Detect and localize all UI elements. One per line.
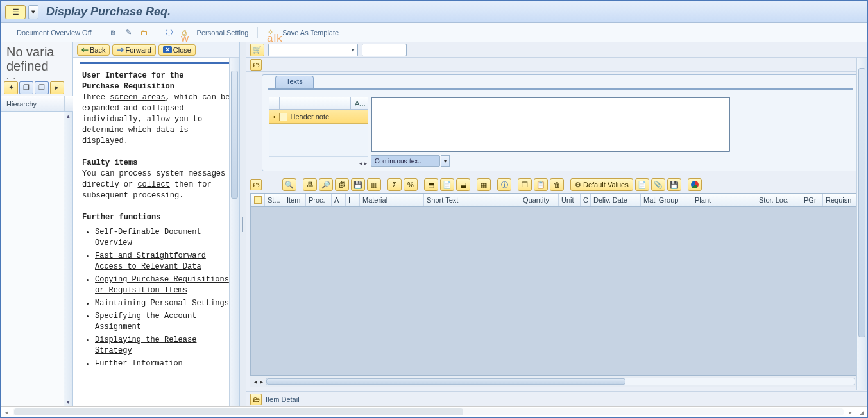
other-pr-icon[interactable]: 🗀 bbox=[139, 27, 150, 38]
col-stor[interactable]: Stor. Loc. bbox=[756, 194, 801, 206]
col-matgrp[interactable]: Matl Group bbox=[641, 194, 692, 206]
nv-copy-icon[interactable]: ❐ bbox=[19, 81, 33, 94]
nv-wand-icon[interactable]: ✦ bbox=[4, 81, 18, 94]
alv-copy-icon[interactable]: ❐ bbox=[518, 178, 532, 191]
nv-left-icon[interactable]: ‹ bbox=[6, 74, 9, 79]
help-close-button[interactable]: ✕Close bbox=[158, 44, 196, 56]
page-hscroll-left[interactable]: ◂ bbox=[1, 407, 12, 417]
alv-excel-icon[interactable]: 📄 bbox=[440, 178, 454, 191]
item-detail-collapse-button[interactable]: 🗁 bbox=[250, 394, 262, 405]
page-resize-icon[interactable]: ◢ bbox=[856, 407, 867, 417]
col-short[interactable]: Short Text bbox=[424, 194, 520, 206]
col-item[interactable]: Item bbox=[284, 194, 306, 206]
help-link-account-assignment[interactable]: Specifying the Account Assignment bbox=[95, 312, 196, 331]
help-link-doc-overview[interactable]: Self-Definable Document Overview bbox=[95, 228, 201, 247]
help-link-release-strategy[interactable]: Displaying the Release Strategy bbox=[95, 335, 196, 355]
help-link-further-info[interactable]: Further Information bbox=[95, 359, 183, 368]
col-plant[interactable]: Plant bbox=[692, 194, 756, 206]
col-c[interactable]: C bbox=[581, 194, 591, 206]
splitter-handle[interactable] bbox=[240, 42, 246, 406]
pr-number-input[interactable] bbox=[362, 44, 407, 56]
status-icon bbox=[254, 196, 262, 204]
header-collapse-button[interactable]: 🗁 bbox=[250, 59, 262, 71]
alv-info-icon[interactable]: ⓘ bbox=[497, 178, 511, 191]
no-variant-line2: defined bbox=[6, 59, 69, 73]
item-detail-label: Item Detail bbox=[266, 396, 300, 403]
long-text-editor[interactable] bbox=[371, 97, 730, 152]
col-qty[interactable]: Quantity bbox=[520, 194, 559, 206]
nv-more-icon[interactable]: ▸ bbox=[50, 81, 64, 94]
alv-find-icon[interactable]: 🔎 bbox=[319, 178, 333, 191]
help-forward-button[interactable]: ⇒Forward bbox=[112, 44, 155, 56]
nv-copy2-icon[interactable]: ❐ bbox=[35, 81, 49, 94]
doc-type-select[interactable]: ▾ bbox=[268, 44, 358, 56]
tab-texts[interactable]: Texts bbox=[275, 76, 314, 88]
alv-savevar-icon[interactable]: 💾 bbox=[667, 178, 681, 191]
document-icon bbox=[279, 113, 287, 121]
alv-delete-icon[interactable]: 🗑 bbox=[550, 178, 564, 191]
col-deliv[interactable]: Deliv. Date bbox=[591, 194, 641, 206]
personal-setting-button[interactable]: Personal Setting bbox=[194, 27, 251, 38]
main-scrollbar[interactable] bbox=[856, 58, 867, 390]
nv-scrollbar[interactable]: ▴ ▾ bbox=[64, 112, 72, 406]
tree-left-icon[interactable]: ◂ bbox=[359, 160, 362, 167]
page-hscroll-right[interactable]: ▸ bbox=[845, 407, 855, 417]
menu-dropdown[interactable]: ▾ bbox=[28, 5, 38, 19]
tree-right-icon[interactable]: ▸ bbox=[364, 160, 367, 167]
alv-filter-icon[interactable]: ▥ bbox=[367, 178, 381, 191]
grid-hscroll-left[interactable]: ◂ bbox=[254, 378, 257, 385]
alv-paste-icon[interactable]: 📋 bbox=[534, 178, 548, 191]
no-variant-line1: No varia bbox=[6, 45, 69, 59]
help-link-fast-access[interactable]: Fast and Straightforward Access to Relev… bbox=[95, 251, 206, 271]
alv-chart-icon[interactable] bbox=[688, 178, 702, 191]
text-format-caret[interactable]: ▾ bbox=[441, 155, 450, 167]
create-icon[interactable]: 🗎 bbox=[108, 27, 119, 38]
col-unit[interactable]: Unit bbox=[559, 194, 581, 206]
col-st[interactable]: St... bbox=[265, 194, 284, 206]
help-scrollbar[interactable] bbox=[229, 58, 239, 406]
header-note-item[interactable]: • Header note bbox=[269, 110, 368, 124]
col-material[interactable]: Material bbox=[360, 194, 424, 206]
col-a[interactable]: A bbox=[332, 194, 346, 206]
doc-type-icon[interactable]: 🛒 bbox=[250, 44, 264, 56]
grid-hscroll-right[interactable]: ▸ bbox=[260, 378, 263, 385]
col-reqn[interactable]: Requisn bbox=[823, 194, 858, 206]
page-hscroll[interactable] bbox=[13, 408, 844, 415]
save-as-template-button[interactable]: Save As Template bbox=[280, 27, 341, 38]
alv-text-icon[interactable]: 📄 bbox=[635, 178, 649, 191]
col-i[interactable]: I bbox=[346, 194, 360, 206]
help-link-copying[interactable]: Copying Purchase Requisitions or Requisi… bbox=[95, 275, 229, 295]
alv-local-icon[interactable]: ⬓ bbox=[456, 178, 470, 191]
alv-default-values-button[interactable]: ⚙ Default Values bbox=[570, 178, 633, 191]
text-format-select[interactable]: Continuous-tex.. bbox=[371, 155, 440, 167]
alv-sum-icon[interactable]: Σ bbox=[387, 178, 402, 191]
alv-subtot-icon[interactable]: % bbox=[404, 178, 418, 191]
hierarchy-tab[interactable]: Hierarchy bbox=[1, 96, 72, 112]
menu-icon[interactable]: ☰ bbox=[5, 5, 26, 19]
col-pgr[interactable]: PGr bbox=[801, 194, 823, 206]
item-overview-collapse-button[interactable]: 🗁 bbox=[250, 179, 262, 190]
app-toolbar: Document Overview Off 🗎 ✎ 🗀 ⓘ ⎙ Personal… bbox=[1, 23, 867, 42]
tree-col-a: A... bbox=[350, 97, 368, 110]
no-variant-box: No varia defined ‹ › bbox=[1, 42, 72, 79]
col-proc[interactable]: Proc. bbox=[306, 194, 332, 206]
help-text-area: User Interface for the Purchase Requisit… bbox=[73, 68, 239, 406]
alv-details-icon[interactable]: 🔍 bbox=[282, 178, 296, 191]
save-template-icon[interactable]: ✧ bbox=[264, 27, 276, 38]
help-back-button[interactable]: ⇐Back bbox=[77, 44, 110, 56]
print-preview-icon[interactable]: ⎙ bbox=[179, 27, 191, 38]
page-title: Display Purchase Req. bbox=[46, 5, 171, 19]
grid-body[interactable] bbox=[250, 207, 859, 376]
nv-right-icon[interactable]: › bbox=[13, 74, 15, 79]
help-link-personal-settings[interactable]: Maintaining Personal Settings bbox=[95, 299, 229, 308]
check-icon[interactable]: ⓘ bbox=[164, 27, 175, 38]
alv-save-icon[interactable]: 💾 bbox=[351, 178, 365, 191]
doc-overview-off-button[interactable]: Document Overview Off bbox=[14, 27, 94, 38]
alv-export-icon[interactable]: ⬒ bbox=[424, 178, 438, 191]
alv-findnext-icon[interactable]: 🗐 bbox=[335, 178, 349, 191]
alv-attach-icon[interactable]: 📎 bbox=[651, 178, 665, 191]
change-icon[interactable]: ✎ bbox=[123, 27, 135, 38]
alv-print-icon[interactable]: 🖶 bbox=[303, 178, 317, 191]
alv-layout-icon[interactable]: ▦ bbox=[477, 178, 491, 191]
grid-hscroll[interactable] bbox=[266, 378, 855, 385]
